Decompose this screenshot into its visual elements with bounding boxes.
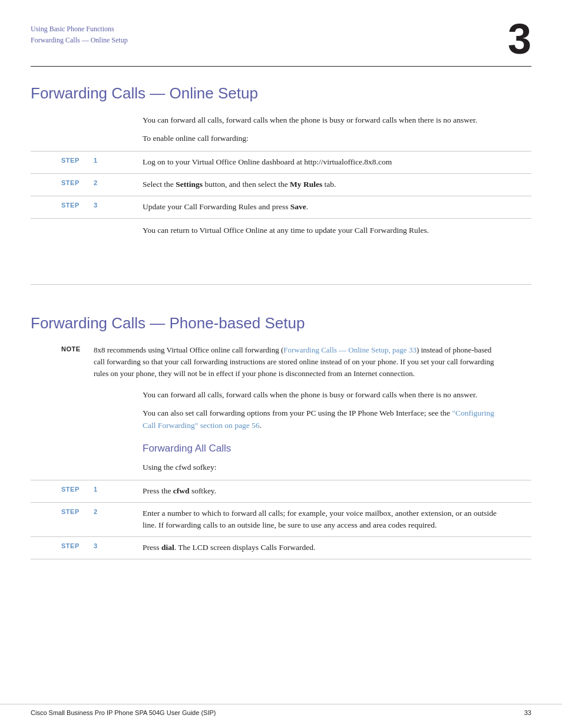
online-step-1-content: Log on to your Virtual Office Online das… bbox=[143, 156, 502, 169]
phone-step-1: STEP 1 Press the cfwd softkey. bbox=[31, 480, 531, 502]
step-label-2: STEP bbox=[61, 179, 94, 186]
page-container: Using Basic Phone Functions Forwarding C… bbox=[0, 0, 562, 728]
phone-step-num-3: 3 bbox=[94, 542, 105, 549]
phone-step-label-2: STEP bbox=[61, 508, 94, 515]
online-return: You can return to Virtual Office Online … bbox=[143, 225, 502, 237]
chapter-block: 3 bbox=[508, 24, 531, 60]
breadcrumb: Using Basic Phone Functions Forwarding C… bbox=[31, 24, 128, 46]
section-online-title: Forwarding Calls — Online Setup bbox=[31, 84, 531, 103]
online-step-3-content: Update your Call Forwarding Rules and pr… bbox=[143, 201, 502, 213]
online-return-text: You can return to Virtual Office Online … bbox=[143, 225, 502, 237]
step-num-1: 1 bbox=[94, 156, 105, 164]
page-footer: Cisco Small Business Pro IP Phone SPA 50… bbox=[0, 704, 562, 716]
note-label: NOTE bbox=[61, 344, 94, 353]
phone-step-label-1: STEP bbox=[61, 485, 94, 493]
phone-step-num-1: 1 bbox=[94, 485, 105, 493]
phone-para1: You can forward all calls, forward calls… bbox=[143, 389, 502, 401]
note-link[interactable]: Forwarding Calls — Online Setup, page 33 bbox=[283, 345, 416, 354]
phone-step-1-content: Press the cfwd softkey. bbox=[143, 485, 502, 498]
online-intro-text1: You can forward all calls, forward calls… bbox=[143, 114, 502, 127]
subsection-title: Forwarding All Calls bbox=[143, 443, 502, 454]
section-phone-title: Forwarding Calls — Phone-based Setup bbox=[31, 314, 531, 332]
online-intro-text2: To enable online call forwarding: bbox=[143, 133, 502, 145]
phone-step-num-2: 2 bbox=[94, 508, 105, 515]
step-label-3: STEP bbox=[61, 201, 94, 209]
section-online-setup: Forwarding Calls — Online Setup You can … bbox=[0, 67, 562, 255]
section-phone-setup: Forwarding Calls — Phone-based Setup NOT… bbox=[0, 302, 562, 572]
phone-step-3: STEP 3 Press dial. The LCD screen displa… bbox=[31, 536, 531, 559]
phone-para-block: You can forward all calls, forward calls… bbox=[143, 389, 502, 432]
note-block: NOTE 8x8 recommends using Virtual Office… bbox=[61, 344, 502, 380]
note-content: 8x8 recommends using Virtual Office onli… bbox=[94, 344, 502, 380]
breadcrumb-line2: Forwarding Calls — Online Setup bbox=[31, 35, 128, 46]
sections-divider bbox=[31, 284, 531, 285]
chapter-number: 3 bbox=[508, 18, 531, 60]
phone-steps: STEP 1 Press the cfwd softkey. STEP 2 En… bbox=[31, 480, 531, 560]
section-break bbox=[0, 255, 562, 272]
online-intro: You can forward all calls, forward calls… bbox=[143, 114, 502, 145]
spacer bbox=[0, 297, 562, 302]
online-step-1: STEP 1 Log on to your Virtual Office Onl… bbox=[31, 151, 531, 173]
online-step-3: STEP 3 Update your Call Forwarding Rules… bbox=[31, 196, 531, 219]
online-step-2: STEP 2 Select the Settings button, and t… bbox=[31, 173, 531, 196]
step-label-1: STEP bbox=[61, 156, 94, 164]
subsection-intro: Using the cfwd sofkey: bbox=[143, 462, 502, 474]
step-num-3: 3 bbox=[94, 201, 105, 209]
footer-right: 33 bbox=[524, 709, 531, 716]
step-num-2: 2 bbox=[94, 179, 105, 186]
footer-left: Cisco Small Business Pro IP Phone SPA 50… bbox=[31, 709, 216, 716]
phone-step-2-content: Enter a number to which to forward all c… bbox=[143, 508, 502, 532]
online-step-2-content: Select the Settings button, and then sel… bbox=[143, 179, 502, 191]
online-steps: STEP 1 Log on to your Virtual Office Onl… bbox=[31, 151, 531, 219]
forwarding-all-calls-section: Forwarding All Calls Using the cfwd sofk… bbox=[143, 443, 502, 474]
phone-step-3-content: Press dial. The LCD screen displays Call… bbox=[143, 542, 502, 554]
phone-step-2: STEP 2 Enter a number to which to forwar… bbox=[31, 502, 531, 537]
phone-para2: You can also set call forwarding options… bbox=[143, 407, 502, 432]
phone-para2-link[interactable]: "Configuring Call Forwarding" section on… bbox=[143, 409, 494, 430]
phone-step-label-3: STEP bbox=[61, 542, 94, 549]
breadcrumb-line1: Using Basic Phone Functions bbox=[31, 24, 128, 35]
page-header: Using Basic Phone Functions Forwarding C… bbox=[0, 0, 562, 60]
